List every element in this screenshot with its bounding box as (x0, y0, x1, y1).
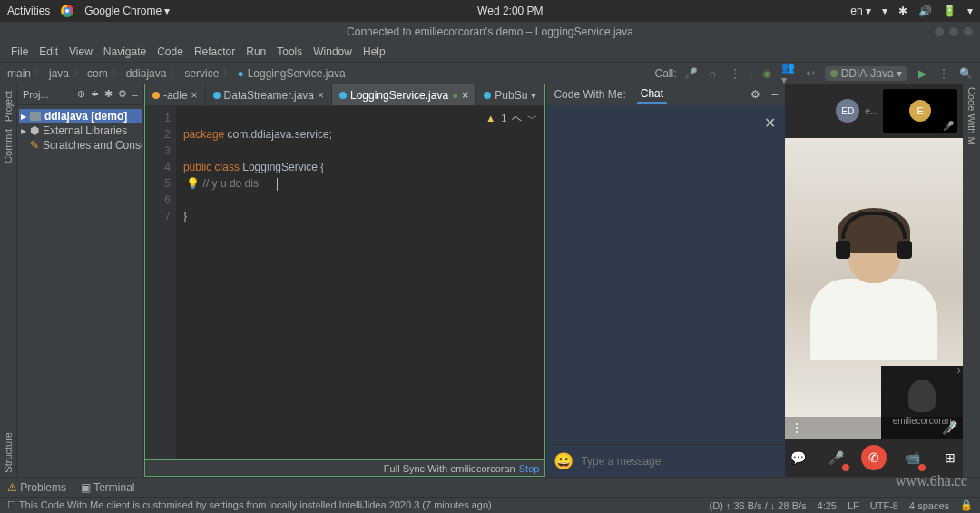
run-button[interactable]: ▶ (915, 66, 929, 81)
gutter: 1234567 (145, 106, 176, 459)
close-tab-icon[interactable]: × (462, 89, 468, 102)
tree-external-libs[interactable]: ▸⬢ External Libraries (19, 123, 142, 138)
crumb-service[interactable]: service (184, 67, 219, 80)
video-panel: ED e... E 🎤̸ emiliecorcoran ⋮ 🎤̸ › (785, 84, 963, 477)
chat-toggle-button[interactable]: 💬 (785, 445, 810, 470)
grid-view-button[interactable]: ⊞ (937, 445, 963, 470)
tree-scratches[interactable]: ▸✎ Scratches and Conso (19, 138, 142, 153)
caret-position[interactable]: 4:25 (818, 500, 837, 511)
back-icon[interactable]: ↩ (803, 66, 818, 81)
bluetooth-icon[interactable]: ✱ (898, 5, 907, 17)
chevron-down-icon[interactable]: ▾ (531, 89, 536, 102)
chat-input-row: 😀 (546, 444, 785, 477)
tree-root[interactable]: ▸ ddiajava [demo] (19, 109, 142, 123)
battery-icon[interactable]: 🔋 (943, 5, 956, 17)
chat-tab[interactable]: Chat (637, 85, 667, 104)
gradle-icon (152, 92, 160, 99)
caret-up-icon[interactable]: ヘ (512, 110, 522, 126)
avatar-small[interactable]: ED (836, 99, 859, 123)
more-run-icon[interactable]: ⋮ (936, 66, 951, 81)
caret-down-icon[interactable]: ﹀ (527, 110, 537, 126)
chevron-right-icon[interactable]: › (956, 362, 961, 377)
terminal-tab[interactable]: ▣ Terminal (81, 481, 134, 494)
crumb-main[interactable]: main (7, 67, 31, 80)
mic-muted-icon: 🎤̸ (943, 121, 954, 131)
collapse-icon[interactable]: ✱ (104, 88, 113, 100)
problems-tab[interactable]: ⚠ Problems (7, 481, 66, 494)
tab-commit[interactable]: Commit (1, 125, 15, 167)
menu-navigate[interactable]: Navigate (100, 45, 150, 58)
activities-button[interactable]: Activities (7, 5, 50, 17)
avatar-tile[interactable]: E 🎤̸ (883, 89, 957, 133)
sync-badge-icon: ● (452, 89, 458, 102)
app-menu[interactable]: Google Chrome ▾ (84, 5, 170, 17)
tab-project[interactable]: Project (1, 87, 15, 125)
minimize-button[interactable] (935, 27, 944, 36)
tab-pubsub[interactable]: PubSu▾ (476, 84, 544, 105)
mic-toggle-button[interactable]: 🎤 (823, 445, 848, 470)
warning-count: 1 (501, 110, 506, 126)
menu-help[interactable]: Help (359, 45, 389, 58)
tab-gradle[interactable]: -adle× (145, 84, 206, 105)
video-main[interactable]: emiliecorcoran ⋮ 🎤̸ (785, 138, 963, 439)
close-button[interactable] (964, 27, 973, 36)
menu-run[interactable]: Run (242, 45, 270, 58)
headphones-icon[interactable]: ∩ (706, 66, 720, 81)
editor-body[interactable]: 1234567 package com.ddiajava.service; pu… (145, 106, 544, 459)
encoding[interactable]: UTF-8 (870, 500, 898, 511)
camera-toggle-button[interactable]: 📹 (899, 445, 925, 470)
sync-stop-link[interactable]: Stop (519, 463, 540, 474)
pip-mic-icon[interactable]: 🎤̸ (942, 420, 957, 435)
lock-icon[interactable]: 🔒 (960, 499, 973, 511)
menu-file[interactable]: File (7, 45, 32, 58)
sync-bar: Full Sync With emiliecorcoran Stop (145, 459, 544, 476)
more-icon[interactable]: ⋮ (728, 66, 742, 81)
emoji-icon[interactable]: 😀 (554, 451, 573, 471)
volume-icon[interactable]: 🔊 (918, 5, 932, 17)
system-menu-icon[interactable]: ▾ (967, 5, 973, 17)
tab-code-with-me[interactable]: Code With M (965, 84, 979, 149)
close-tab-icon[interactable]: × (191, 89, 198, 102)
chat-input[interactable] (581, 455, 778, 468)
crumb-java[interactable]: java (49, 67, 69, 80)
cwm-label: Code With Me: (554, 88, 625, 101)
shield-icon[interactable]: ◉ (760, 66, 774, 81)
mic-off-icon[interactable]: 🎤 (684, 66, 699, 81)
tab-datastreamer[interactable]: DataStreamer.java× (206, 84, 332, 105)
gear-icon[interactable]: ⚙ (750, 88, 760, 101)
close-tab-icon[interactable]: × (318, 89, 324, 102)
menu-refactor[interactable]: Refactor (191, 45, 239, 58)
expand-icon[interactable]: ≑ (91, 88, 99, 100)
indent[interactable]: 4 spaces (909, 500, 949, 511)
menu-edit[interactable]: Edit (35, 45, 62, 58)
hangup-button[interactable]: ✆ (861, 445, 887, 470)
menu-tools[interactable]: Tools (273, 45, 306, 58)
close-icon[interactable]: ✕ (764, 114, 776, 132)
crumb-file[interactable]: LoggingService.java (248, 67, 346, 80)
pip-more-icon[interactable]: ⋮ (790, 420, 803, 435)
network-icon[interactable]: ▾ (882, 5, 887, 17)
run-config-selector[interactable]: DDIA-Java ▾ (825, 66, 907, 81)
menu-window[interactable]: Window (309, 45, 356, 58)
tree-label: External Libraries (43, 124, 127, 137)
settings-icon[interactable]: ⚙ (118, 88, 127, 100)
search-icon[interactable]: 🔍 (958, 66, 973, 81)
select-opened-icon[interactable]: ⊕ (77, 88, 85, 100)
intention-bulb-icon[interactable]: 💡 (186, 177, 200, 190)
chrome-icon (61, 5, 74, 17)
menu-view[interactable]: View (65, 45, 96, 58)
lang-indicator[interactable]: en ▾ (850, 5, 871, 17)
crumb-ddiajava[interactable]: ddiajava (126, 67, 167, 80)
menu-code[interactable]: Code (153, 45, 187, 58)
line-sep[interactable]: LF (848, 500, 859, 511)
tab-structure[interactable]: Structure (1, 429, 15, 477)
hide-chat-icon[interactable]: – (771, 88, 778, 101)
hide-panel-icon[interactable]: – (132, 89, 138, 100)
users-icon[interactable]: 👥▾ (781, 66, 796, 81)
warning-icon[interactable]: ▲ (485, 110, 495, 126)
crumb-com[interactable]: com (87, 67, 108, 80)
breadcrumb[interactable]: main〉 java〉 com〉 ddiajava〉 service〉 ● Lo… (7, 65, 346, 81)
code-area[interactable]: package com.ddiajava.service; public cla… (176, 106, 544, 459)
tab-loggingservice[interactable]: LoggingService.java●× (332, 84, 476, 105)
maximize-button[interactable] (949, 27, 958, 36)
